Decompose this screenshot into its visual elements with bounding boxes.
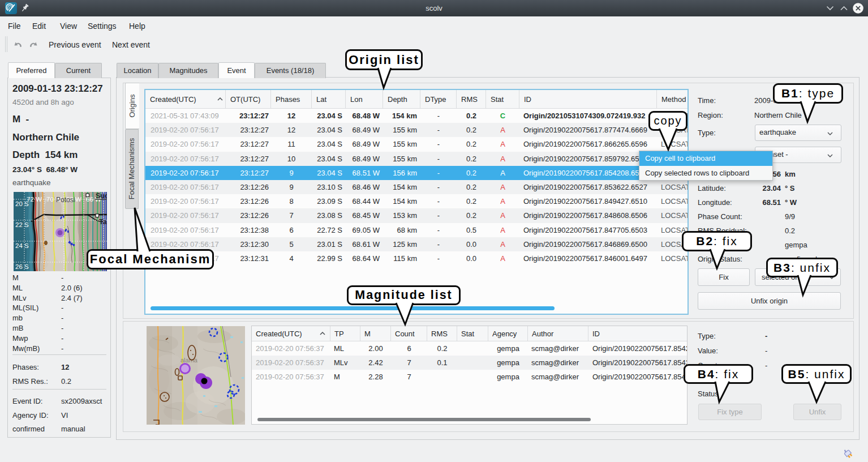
svg-text:Suc: Suc <box>96 192 107 200</box>
svg-text:Potosi: Potosi <box>56 196 75 204</box>
svg-text:24 S: 24 S <box>15 242 29 249</box>
svg-text:26 S: 26 S <box>15 263 29 270</box>
svg-text:22 S: 22 S <box>15 221 29 228</box>
svg-text:72 W: 72 W <box>27 196 42 203</box>
svg-text:Ta: Ta <box>99 218 107 226</box>
